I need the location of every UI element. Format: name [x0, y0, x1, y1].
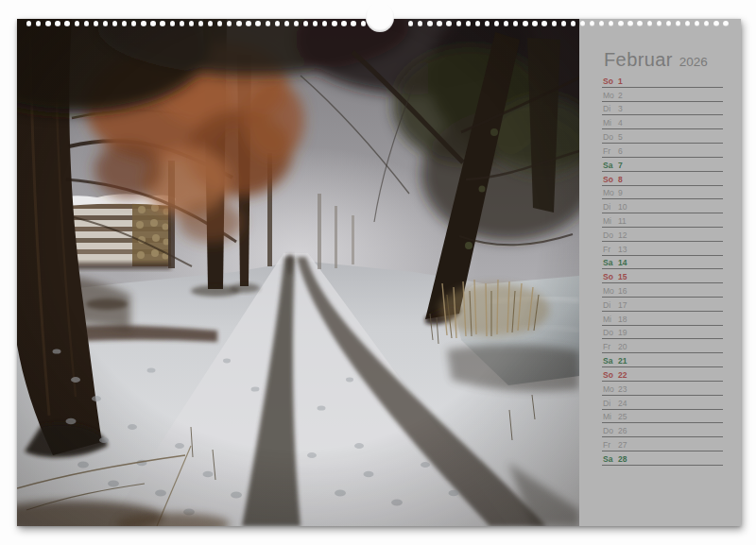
- calendar-day-row: Sa14: [602, 256, 723, 270]
- day-number: 15: [618, 273, 627, 281]
- binding-hole: [122, 21, 127, 26]
- binding-hole: [45, 21, 50, 26]
- binding-hole: [217, 21, 222, 26]
- vignette: [17, 19, 579, 526]
- binding-hole: [170, 21, 175, 26]
- day-number: 27: [618, 441, 627, 450]
- binding-hole: [275, 21, 280, 26]
- calendar-day-row: Do12: [602, 228, 723, 242]
- day-abbr: Mo: [603, 385, 618, 394]
- day-abbr: Do: [603, 329, 618, 337]
- day-abbr: Fr: [603, 343, 618, 351]
- day-number: 24: [618, 400, 627, 408]
- day-number: 28: [618, 455, 627, 464]
- binding-hole: [26, 21, 31, 26]
- binding-hole: [657, 21, 662, 26]
- binding-hole: [666, 21, 671, 26]
- binding-hole: [36, 21, 41, 26]
- calendar-panel: Februar 2026 So1Mo2Di3Mi4Do5Fr6Sa7So8Mo9…: [579, 19, 741, 526]
- binding-hole: [627, 21, 632, 26]
- day-abbr: Mo: [603, 287, 618, 296]
- binding-hole: [64, 21, 69, 26]
- calendar-day-row: So15: [602, 269, 723, 283]
- binding-hole: [103, 21, 108, 26]
- binding-hole: [160, 21, 164, 26]
- binding-hole: [180, 21, 184, 26]
- binding-hole: [294, 21, 299, 26]
- calendar-day-row: Mo23: [602, 382, 723, 396]
- binding-hole: [55, 21, 60, 26]
- binding-hole: [255, 21, 260, 26]
- day-number: 10: [618, 203, 627, 212]
- binding-hole: [609, 21, 613, 26]
- binding-hole: [227, 21, 232, 26]
- binding-hole: [341, 21, 346, 26]
- calendar-day-row: Di10: [602, 199, 723, 213]
- calendar-day-row: Mi4: [602, 115, 723, 129]
- day-abbr: So: [603, 176, 618, 184]
- binding-hole: [599, 21, 604, 26]
- binding-hole: [456, 21, 461, 26]
- day-number: 17: [618, 301, 627, 310]
- year-label: 2026: [679, 56, 708, 69]
- day-number: 9: [618, 189, 623, 197]
- calendar-day-row: So8: [602, 172, 723, 186]
- day-abbr: Mi: [603, 413, 618, 421]
- day-number: 2: [618, 92, 623, 100]
- day-abbr: Di: [603, 203, 618, 212]
- day-number: 21: [618, 357, 627, 366]
- binding-hole: [150, 21, 155, 26]
- day-number: 13: [618, 246, 627, 254]
- binding-hole: [552, 21, 557, 26]
- binding-hole: [198, 21, 203, 26]
- calendar-day-row: Sa28: [602, 451, 723, 466]
- calendar-day-row: Fr20: [602, 339, 723, 353]
- day-number: 11: [618, 217, 627, 226]
- day-abbr: Di: [603, 301, 618, 310]
- calendar-day-row: So22: [602, 367, 723, 382]
- day-number: 20: [618, 343, 627, 351]
- binding-hole: [408, 21, 413, 26]
- binding-hole: [75, 21, 79, 26]
- day-number: 23: [618, 385, 627, 394]
- day-abbr: Sa: [603, 162, 618, 170]
- month-title: Februar 2026: [604, 50, 708, 69]
- calendar-day-row: Mo9: [602, 186, 723, 200]
- day-abbr: Do: [603, 133, 618, 142]
- day-abbr: Mi: [603, 217, 618, 226]
- day-abbr: So: [603, 77, 618, 86]
- calendar-day-row: Di3: [602, 102, 723, 116]
- calendar-day-row: Mo2: [602, 88, 723, 102]
- day-abbr: Do: [603, 231, 618, 240]
- binding-hole: [561, 21, 566, 26]
- calendar-day-row: Mo16: [602, 283, 723, 298]
- day-list: So1Mo2Di3Mi4Do5Fr6Sa7So8Mo9Di10Mi11Do12F…: [602, 74, 723, 466]
- binding-hole: [571, 21, 576, 26]
- binding-hole: [141, 21, 146, 26]
- binding-hole: [189, 21, 194, 26]
- binding-hole: [446, 21, 451, 26]
- binding-hole: [475, 21, 480, 26]
- day-abbr: Do: [603, 427, 618, 435]
- calendar-day-row: Do5: [602, 129, 723, 144]
- binding-hole: [723, 21, 728, 26]
- binding-hole: [427, 21, 432, 26]
- binding-hole: [695, 21, 699, 26]
- binding-hole: [303, 21, 308, 26]
- day-number: 12: [618, 231, 627, 240]
- binding-hole: [494, 21, 499, 26]
- binding-hole: [332, 21, 336, 26]
- day-number: 5: [618, 133, 623, 142]
- binding-hole: [523, 21, 527, 26]
- calendar-day-row: So1: [602, 74, 723, 88]
- binding-hole: [322, 21, 327, 26]
- binding-hole: [84, 21, 89, 26]
- day-number: 8: [618, 176, 623, 184]
- day-abbr: Fr: [603, 147, 618, 156]
- day-abbr: Mo: [603, 189, 618, 197]
- day-number: 3: [618, 105, 623, 113]
- day-abbr: So: [603, 371, 618, 380]
- binding-hole: [647, 21, 652, 26]
- calendar-day-row: Di17: [602, 298, 723, 312]
- calendar-day-row: Fr6: [602, 144, 723, 158]
